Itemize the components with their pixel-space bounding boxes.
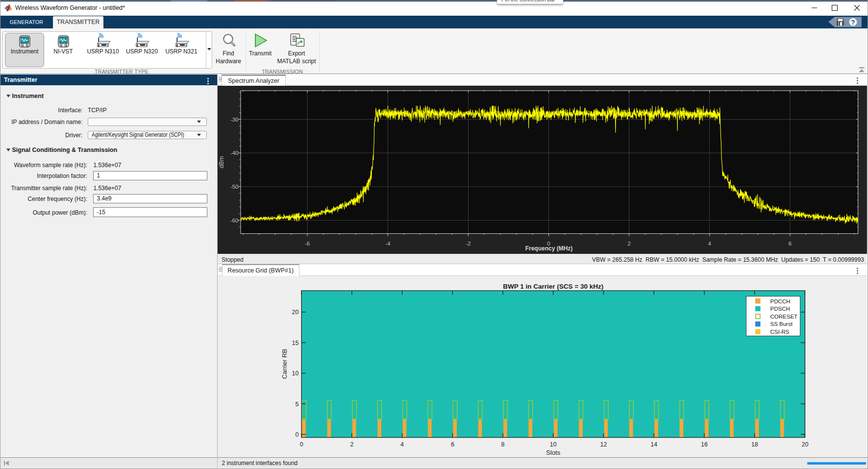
svg-text:8: 8	[501, 441, 505, 448]
svg-text:-30: -30	[230, 117, 239, 123]
svg-text:6: 6	[789, 241, 792, 247]
svg-text:20: 20	[801, 441, 808, 448]
svg-text:15: 15	[292, 340, 299, 346]
svg-text:dBm: dBm	[218, 156, 225, 169]
svg-text:-50: -50	[230, 184, 239, 190]
svg-text:0: 0	[296, 431, 299, 438]
svg-text:?: ?	[851, 19, 855, 26]
svg-text:5: 5	[296, 401, 299, 408]
svg-text:CORESET: CORESET	[770, 314, 798, 320]
svg-text:-2: -2	[466, 241, 471, 247]
svg-text:2: 2	[627, 241, 630, 247]
svg-text:14: 14	[650, 441, 657, 448]
svg-text:2: 2	[350, 441, 353, 448]
svg-text:BWP 1 in Carrier (SCS = 30 kHz: BWP 1 in Carrier (SCS = 30 kHz)	[503, 283, 603, 290]
svg-text:PDCCH: PDCCH	[770, 298, 791, 304]
svg-text:-40: -40	[230, 150, 239, 156]
svg-text:Slots: Slots	[546, 449, 560, 456]
svg-text:CSI-RS: CSI-RS	[770, 329, 790, 335]
svg-text:18: 18	[751, 441, 758, 448]
svg-text:PDSCH: PDSCH	[770, 306, 790, 312]
svg-text:-60: -60	[230, 218, 239, 223]
svg-text:Carrier RB: Carrier RB	[281, 349, 288, 379]
svg-text:10: 10	[292, 370, 299, 377]
svg-text:Frequency (MHz): Frequency (MHz)	[525, 245, 573, 252]
svg-text:-6: -6	[305, 241, 310, 247]
svg-text:-4: -4	[385, 241, 391, 247]
svg-text:12: 12	[600, 441, 607, 448]
svg-text:16: 16	[701, 441, 708, 448]
svg-text:SS Burst: SS Burst	[770, 321, 793, 327]
svg-text:20: 20	[292, 309, 299, 316]
svg-text:6: 6	[451, 441, 454, 448]
svg-text:0: 0	[300, 441, 303, 448]
svg-text:4: 4	[400, 441, 404, 448]
svg-text:4: 4	[708, 241, 712, 247]
svg-text:10: 10	[550, 441, 557, 448]
